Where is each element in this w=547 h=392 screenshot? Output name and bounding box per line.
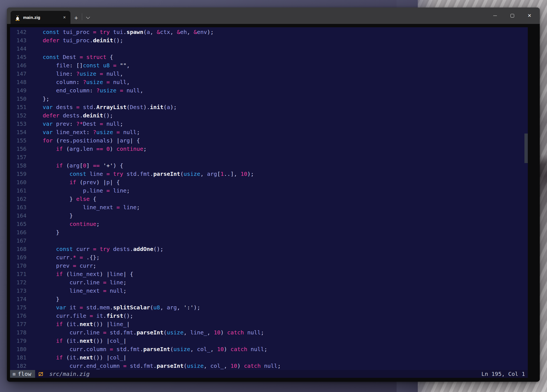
line-number: 156 [10,145,26,153]
code-line: 169 curr.* = .{}; [10,253,528,262]
line-number: 147 [10,70,26,78]
editor-pane: 142 const tui_proc = try tui.spawn(a, &c… [10,27,528,378]
line-number: 143 [10,36,26,45]
new-tab-button[interactable]: + [70,15,82,24]
code-text: column: ?usize = null, [29,78,130,86]
code-line: 143 defer tui_proc.deinit(); [10,36,528,45]
line-number: 164 [10,211,26,220]
code-line: 145 const Dest = struct { [10,53,528,61]
app-name-chip[interactable]: ▤ flow [10,370,35,378]
code-line: 166 } [10,228,528,236]
code-text: curr.line = line; [29,278,126,287]
code-line: 142 const tui_proc = try tui.spawn(a, &c… [10,28,528,36]
code-text: } [29,228,59,236]
code-line: 173 line_next = null; [10,287,528,295]
code-text: curr.file = it.first(); [29,312,133,320]
title-bar[interactable]: main.zig ✕ + ✕ [7,8,540,24]
code-line: 146 file: []const u8 = "", [10,61,528,70]
line-number: 157 [10,153,26,161]
code-text: if (it.next()) |col_| [29,337,126,345]
code-text: p.line = line; [29,186,130,195]
code-line: 148 column: ?usize = null, [10,78,528,86]
line-number: 165 [10,220,26,228]
code-line: 174 } [10,295,528,303]
code-text: } [29,295,59,303]
code-line: 159 const line = try std.fmt.parseInt(us… [10,170,528,178]
code-line: 168 const curr = try dests.addOne(); [10,245,528,253]
code-line: 164 } [10,211,528,220]
code-text: if (it.next()) |line_| [29,320,130,328]
line-number: 181 [10,353,26,362]
line-number: 169 [10,253,26,262]
code-text: for (res.positionals) |arg| { [29,136,140,145]
code-text: line: ?usize = null, [29,70,123,78]
code-line: 167 [10,236,528,245]
tux-linux-icon [15,14,20,21]
code-text: line_next = null; [29,287,126,295]
code-text: curr.column = std.fmt.parseInt(usize, co… [29,345,267,353]
code-lines: 142 const tui_proc = try tui.spawn(a, &c… [10,28,528,370]
status-bar: ▤ flow src/main.zig Ln 195, Col 1 [10,370,528,378]
code-text: var it = std.mem.splitScalar(u8, arg, ':… [29,303,200,312]
line-number: 151 [10,103,26,111]
code-text: } else { [29,195,96,203]
scrollbar-thumb[interactable] [524,134,528,163]
code-line: 177 if (it.next()) |line_| [10,320,528,328]
line-number: 149 [10,86,26,95]
code-line: 180 curr.column = std.fmt.parseInt(usize… [10,345,528,353]
tab-dropdown-chevron-icon[interactable] [86,15,90,19]
code-text: file: []const u8 = "", [29,61,130,70]
code-line: 176 curr.file = it.first(); [10,312,528,320]
code-text: } [29,211,73,220]
code-text: var dests = std.ArrayList(Dest).init(a); [29,103,177,111]
maximize-button[interactable] [504,8,521,24]
lsp-disconnected-icon [38,372,43,376]
cursor-position: Ln 195, Col 1 [481,371,525,377]
code-line: 163 line_next = line; [10,203,528,211]
line-number: 174 [10,295,26,303]
code-text: curr.line = std.fmt.parseInt(usize, line… [29,328,264,337]
code-text: prev = curr; [29,262,96,270]
line-number: 172 [10,278,26,287]
code-text: if (line_next) |line| { [29,270,133,278]
code-line: 162 } else { [10,195,528,203]
code-line: 181 if (it.next()) |col_| [10,353,528,362]
code-text: curr.end_column = std.fmt.parseInt(usize… [29,362,281,370]
line-number: 148 [10,78,26,86]
code-line: 161 p.line = line; [10,186,528,195]
line-number: 158 [10,161,26,170]
line-number: 155 [10,136,26,145]
code-line: 152 defer dests.deinit(); [10,111,528,120]
code-text: if (arg.len == 0) continue; [29,145,146,153]
code-text: const tui_proc = try tui.spawn(a, &ctx, … [29,28,214,36]
code-text: defer tui_proc.deinit(); [29,36,123,45]
code-text: if (it.next()) |col_| [29,353,126,362]
line-number: 150 [10,95,26,103]
maximize-icon [511,14,514,18]
code-line: 156 if (arg.len == 0) continue; [10,145,528,153]
tab-close-icon[interactable]: ✕ [61,15,68,20]
code-line: 165 continue; [10,220,528,228]
close-icon: ✕ [528,13,531,18]
code-text: end_column: ?usize = null, [29,86,143,95]
terminal-window: main.zig ✕ + ✕ 142 const tui_proc = try … [7,8,540,382]
line-number: 173 [10,287,26,295]
line-number: 166 [10,228,26,236]
tab-main-zig[interactable]: main.zig ✕ [11,11,70,24]
code-line: 153 var prev: ?*Dest = null; [10,120,528,128]
line-number: 159 [10,170,26,178]
code-area[interactable]: 142 const tui_proc = try tui.spawn(a, &c… [10,27,528,370]
code-line: 150 }; [10,95,528,103]
minimize-button[interactable] [486,8,504,24]
code-text: const line = try std.fmt.parseInt(usize,… [29,170,254,178]
line-number: 162 [10,195,26,203]
document-icon: ▤ [13,372,15,376]
code-text: const Dest = struct { [29,53,113,61]
line-number: 175 [10,303,26,312]
code-text: }; [29,95,49,103]
file-path: src/main.zig [49,371,90,377]
tab-title: main.zig [23,15,58,20]
close-button[interactable]: ✕ [521,8,538,24]
line-number: 176 [10,312,26,320]
line-number: 142 [10,28,26,36]
